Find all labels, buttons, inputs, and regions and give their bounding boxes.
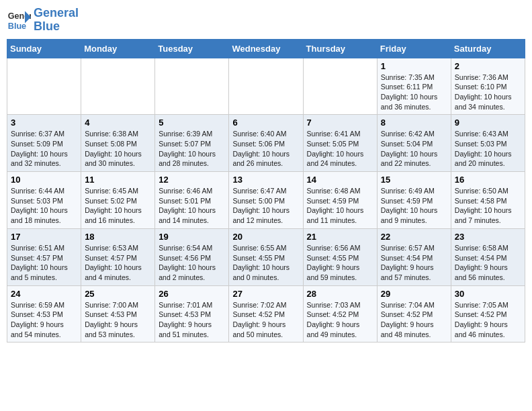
calendar-day-cell: 9Sunrise: 6:43 AM Sunset: 5:03 PM Daylig… bbox=[451, 115, 525, 172]
day-number: 3 bbox=[11, 118, 77, 128]
calendar-day-cell: 12Sunrise: 6:46 AM Sunset: 5:01 PM Dayli… bbox=[155, 172, 229, 229]
day-number: 12 bbox=[159, 175, 225, 185]
weekday-header-thursday: Thursday bbox=[303, 39, 377, 58]
day-number: 22 bbox=[381, 232, 447, 242]
calendar-day-cell: 27Sunrise: 7:02 AM Sunset: 4:52 PM Dayli… bbox=[229, 285, 303, 342]
day-info: Sunrise: 7:03 AM Sunset: 4:52 PM Dayligh… bbox=[307, 300, 373, 340]
logo-icon: General Blue bbox=[7, 8, 31, 32]
day-number: 24 bbox=[11, 289, 77, 299]
day-info: Sunrise: 7:01 AM Sunset: 4:53 PM Dayligh… bbox=[159, 300, 225, 340]
day-number: 21 bbox=[307, 232, 373, 242]
calendar-day-cell: 5Sunrise: 6:39 AM Sunset: 5:07 PM Daylig… bbox=[155, 115, 229, 172]
calendar-day-cell: 14Sunrise: 6:48 AM Sunset: 4:59 PM Dayli… bbox=[303, 172, 377, 229]
calendar-day-cell: 28Sunrise: 7:03 AM Sunset: 4:52 PM Dayli… bbox=[303, 285, 377, 342]
day-number: 2 bbox=[455, 61, 521, 71]
day-info: Sunrise: 6:42 AM Sunset: 5:04 PM Dayligh… bbox=[381, 129, 447, 169]
day-number: 6 bbox=[232, 118, 299, 128]
calendar-day-cell: 17Sunrise: 6:51 AM Sunset: 4:57 PM Dayli… bbox=[7, 228, 81, 285]
day-number: 13 bbox=[232, 175, 299, 185]
day-number: 11 bbox=[85, 175, 151, 185]
calendar-day-cell: 19Sunrise: 6:54 AM Sunset: 4:56 PM Dayli… bbox=[155, 228, 229, 285]
logo-text: GeneralBlue bbox=[34, 7, 79, 34]
day-number: 4 bbox=[85, 118, 151, 128]
day-number: 18 bbox=[85, 232, 151, 242]
weekday-header-sunday: Sunday bbox=[7, 39, 81, 58]
calendar-day-cell: 8Sunrise: 6:42 AM Sunset: 5:04 PM Daylig… bbox=[377, 115, 451, 172]
weekday-header-saturday: Saturday bbox=[451, 39, 525, 58]
calendar-day-cell: 24Sunrise: 6:59 AM Sunset: 4:53 PM Dayli… bbox=[7, 285, 81, 342]
empty-cell bbox=[155, 58, 229, 115]
day-number: 14 bbox=[307, 175, 373, 185]
day-info: Sunrise: 6:55 AM Sunset: 4:55 PM Dayligh… bbox=[232, 243, 299, 283]
calendar-day-cell: 11Sunrise: 6:45 AM Sunset: 5:02 PM Dayli… bbox=[81, 172, 155, 229]
empty-cell bbox=[303, 58, 377, 115]
day-number: 20 bbox=[232, 232, 299, 242]
calendar-day-cell: 13Sunrise: 6:47 AM Sunset: 5:00 PM Dayli… bbox=[229, 172, 303, 229]
day-number: 30 bbox=[455, 289, 521, 299]
day-info: Sunrise: 7:04 AM Sunset: 4:52 PM Dayligh… bbox=[381, 300, 447, 340]
day-info: Sunrise: 6:51 AM Sunset: 4:57 PM Dayligh… bbox=[11, 243, 77, 283]
day-info: Sunrise: 6:41 AM Sunset: 5:05 PM Dayligh… bbox=[307, 129, 373, 169]
calendar-day-cell: 7Sunrise: 6:41 AM Sunset: 5:05 PM Daylig… bbox=[303, 115, 377, 172]
logo: General Blue GeneralBlue bbox=[7, 7, 79, 34]
day-info: Sunrise: 6:38 AM Sunset: 5:08 PM Dayligh… bbox=[85, 129, 151, 169]
calendar-day-cell: 6Sunrise: 6:40 AM Sunset: 5:06 PM Daylig… bbox=[229, 115, 303, 172]
calendar-day-cell: 25Sunrise: 7:00 AM Sunset: 4:53 PM Dayli… bbox=[81, 285, 155, 342]
day-info: Sunrise: 6:47 AM Sunset: 5:00 PM Dayligh… bbox=[232, 186, 299, 226]
calendar-day-cell: 30Sunrise: 7:05 AM Sunset: 4:52 PM Dayli… bbox=[451, 285, 525, 342]
day-info: Sunrise: 6:59 AM Sunset: 4:53 PM Dayligh… bbox=[11, 300, 77, 340]
day-number: 7 bbox=[307, 118, 373, 128]
day-info: Sunrise: 6:57 AM Sunset: 4:54 PM Dayligh… bbox=[381, 243, 447, 283]
day-number: 29 bbox=[381, 289, 447, 299]
day-number: 27 bbox=[232, 289, 299, 299]
calendar-week-row: 1Sunrise: 7:35 AM Sunset: 6:11 PM Daylig… bbox=[7, 58, 525, 115]
day-number: 16 bbox=[455, 175, 521, 185]
calendar-day-cell: 21Sunrise: 6:56 AM Sunset: 4:55 PM Dayli… bbox=[303, 228, 377, 285]
calendar-day-cell: 18Sunrise: 6:53 AM Sunset: 4:57 PM Dayli… bbox=[81, 228, 155, 285]
day-number: 26 bbox=[159, 289, 225, 299]
day-number: 28 bbox=[307, 289, 373, 299]
weekday-header-tuesday: Tuesday bbox=[155, 39, 229, 58]
calendar-day-cell: 15Sunrise: 6:49 AM Sunset: 4:59 PM Dayli… bbox=[377, 172, 451, 229]
day-number: 5 bbox=[159, 118, 225, 128]
day-info: Sunrise: 7:00 AM Sunset: 4:53 PM Dayligh… bbox=[85, 300, 151, 340]
empty-cell bbox=[81, 58, 155, 115]
weekday-header-monday: Monday bbox=[81, 39, 155, 58]
day-number: 17 bbox=[11, 232, 77, 242]
calendar-table: SundayMondayTuesdayWednesdayThursdayFrid… bbox=[7, 39, 525, 343]
weekday-header-row: SundayMondayTuesdayWednesdayThursdayFrid… bbox=[7, 39, 525, 58]
calendar-week-row: 10Sunrise: 6:44 AM Sunset: 5:03 PM Dayli… bbox=[7, 172, 525, 229]
calendar-day-cell: 23Sunrise: 6:58 AM Sunset: 4:54 PM Dayli… bbox=[451, 228, 525, 285]
day-info: Sunrise: 6:43 AM Sunset: 5:03 PM Dayligh… bbox=[455, 129, 521, 169]
calendar-day-cell: 22Sunrise: 6:57 AM Sunset: 4:54 PM Dayli… bbox=[377, 228, 451, 285]
svg-text:Blue: Blue bbox=[8, 21, 26, 30]
day-info: Sunrise: 7:36 AM Sunset: 6:10 PM Dayligh… bbox=[455, 73, 521, 112]
empty-cell bbox=[229, 58, 303, 115]
day-info: Sunrise: 6:45 AM Sunset: 5:02 PM Dayligh… bbox=[85, 186, 151, 226]
day-info: Sunrise: 6:56 AM Sunset: 4:55 PM Dayligh… bbox=[307, 243, 373, 283]
day-info: Sunrise: 6:44 AM Sunset: 5:03 PM Dayligh… bbox=[11, 186, 77, 226]
calendar-week-row: 24Sunrise: 6:59 AM Sunset: 4:53 PM Dayli… bbox=[7, 285, 525, 342]
day-number: 10 bbox=[11, 175, 77, 185]
day-info: Sunrise: 6:37 AM Sunset: 5:09 PM Dayligh… bbox=[11, 129, 77, 169]
day-info: Sunrise: 6:54 AM Sunset: 4:56 PM Dayligh… bbox=[159, 243, 225, 283]
calendar-day-cell: 1Sunrise: 7:35 AM Sunset: 6:11 PM Daylig… bbox=[377, 58, 451, 115]
empty-cell bbox=[7, 58, 81, 115]
day-number: 23 bbox=[455, 232, 521, 242]
calendar-day-cell: 29Sunrise: 7:04 AM Sunset: 4:52 PM Dayli… bbox=[377, 285, 451, 342]
day-number: 15 bbox=[381, 175, 447, 185]
calendar-week-row: 17Sunrise: 6:51 AM Sunset: 4:57 PM Dayli… bbox=[7, 228, 525, 285]
weekday-header-friday: Friday bbox=[377, 39, 451, 58]
day-number: 25 bbox=[85, 289, 151, 299]
day-info: Sunrise: 6:58 AM Sunset: 4:54 PM Dayligh… bbox=[455, 243, 521, 283]
day-info: Sunrise: 6:39 AM Sunset: 5:07 PM Dayligh… bbox=[159, 129, 225, 169]
day-number: 1 bbox=[381, 61, 447, 71]
day-info: Sunrise: 6:40 AM Sunset: 5:06 PM Dayligh… bbox=[232, 129, 299, 169]
day-number: 9 bbox=[455, 118, 521, 128]
day-info: Sunrise: 7:35 AM Sunset: 6:11 PM Dayligh… bbox=[381, 73, 447, 112]
day-info: Sunrise: 6:48 AM Sunset: 4:59 PM Dayligh… bbox=[307, 186, 373, 226]
calendar-day-cell: 2Sunrise: 7:36 AM Sunset: 6:10 PM Daylig… bbox=[451, 58, 525, 115]
page-header: General Blue GeneralBlue bbox=[7, 7, 525, 34]
day-info: Sunrise: 6:46 AM Sunset: 5:01 PM Dayligh… bbox=[159, 186, 225, 226]
calendar-day-cell: 26Sunrise: 7:01 AM Sunset: 4:53 PM Dayli… bbox=[155, 285, 229, 342]
